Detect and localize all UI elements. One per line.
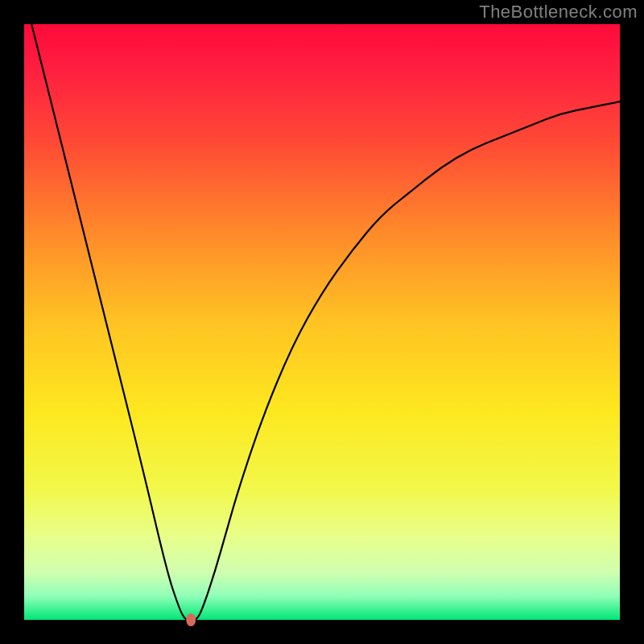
bottleneck-chart xyxy=(0,0,644,644)
chart-container: TheBottleneck.com xyxy=(0,0,644,644)
watermark-text: TheBottleneck.com xyxy=(479,2,638,23)
minimum-marker xyxy=(186,613,196,626)
plot-background xyxy=(24,24,620,620)
